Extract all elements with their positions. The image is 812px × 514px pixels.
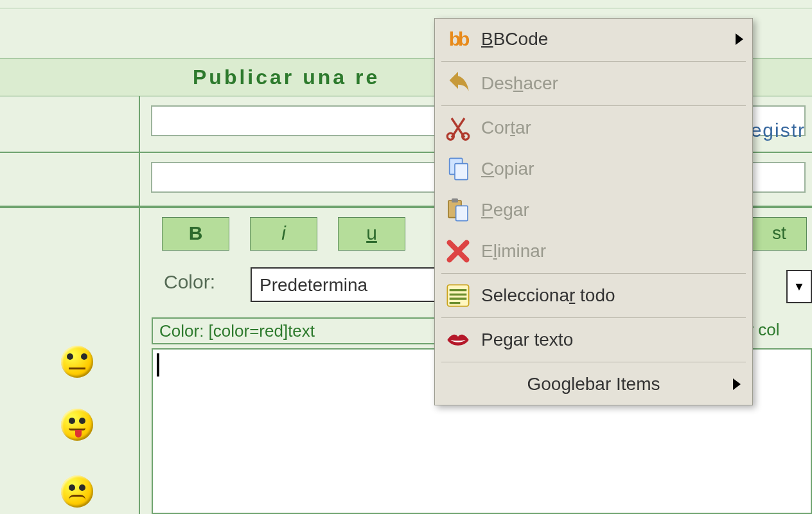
menu-separator bbox=[441, 362, 746, 362]
worried-emoji[interactable] bbox=[61, 475, 93, 508]
menu-separator bbox=[441, 61, 746, 62]
submenu-arrow-icon bbox=[733, 378, 741, 390]
paste-icon bbox=[444, 196, 472, 224]
menu-item-label: Cortar bbox=[481, 118, 531, 138]
toolbar-right-button[interactable]: st bbox=[752, 217, 807, 251]
tongue-emoji[interactable] bbox=[61, 409, 93, 441]
panel-top-edge bbox=[0, 8, 812, 9]
cut-icon bbox=[444, 114, 472, 142]
menu-separator bbox=[441, 105, 746, 106]
font-size-select[interactable] bbox=[786, 270, 812, 303]
menu-item-label: Googlebar Items bbox=[527, 374, 660, 394]
menu-item-copy: Copiar bbox=[435, 148, 752, 190]
menu-item-paste: Pegar bbox=[435, 190, 752, 231]
svg-point-1 bbox=[463, 133, 469, 139]
submenu-arrow-icon bbox=[736, 33, 743, 45]
menu-separator bbox=[441, 273, 746, 274]
menu-item-label: Deshacer bbox=[481, 73, 558, 94]
menu-item-selectall[interactable]: Seleccionar todo bbox=[435, 275, 752, 316]
menu-item-label: Seleccionar todo bbox=[481, 285, 615, 306]
menu-item-delete: Eliminar bbox=[435, 231, 752, 272]
menu-item-cut: Cortar bbox=[435, 107, 752, 148]
svg-point-0 bbox=[447, 133, 454, 139]
text-caret bbox=[157, 353, 159, 377]
menu-item-label: Copiar bbox=[481, 159, 534, 179]
lips-icon bbox=[444, 326, 472, 354]
svg-rect-5 bbox=[452, 199, 458, 203]
menu-item-label: Pegar bbox=[481, 200, 529, 220]
menu-item-label: BBCode bbox=[481, 29, 548, 49]
context-menu: bbBBCodeDeshacerCortarCopiarPegarElimina… bbox=[434, 18, 753, 405]
confused-emoji[interactable] bbox=[61, 346, 93, 378]
svg-rect-6 bbox=[456, 206, 468, 220]
column-divider bbox=[139, 153, 140, 206]
copy-icon bbox=[444, 155, 472, 183]
color-label: Color: bbox=[164, 271, 215, 292]
undo-icon bbox=[444, 69, 472, 98]
bold-button[interactable]: B bbox=[162, 217, 229, 251]
column-divider bbox=[139, 208, 140, 514]
delete-icon bbox=[444, 237, 472, 265]
menu-item-label: Eliminar bbox=[481, 241, 546, 261]
selectall-icon bbox=[444, 281, 472, 310]
svg-rect-3 bbox=[455, 164, 468, 180]
menu-item-undo: Deshacer bbox=[435, 63, 752, 104]
menu-item-bbcode[interactable]: bbBBCode bbox=[435, 19, 752, 60]
menu-separator bbox=[441, 317, 746, 318]
column-divider bbox=[139, 96, 140, 152]
menu-item-label: Pegar texto bbox=[481, 330, 573, 350]
menu-item-pastetext[interactable]: Pegar texto bbox=[435, 319, 752, 360]
bbcode-icon: bb bbox=[444, 25, 472, 53]
login-link-fragment[interactable]: egistr bbox=[751, 120, 806, 141]
menu-item-googlebar[interactable]: Googlebar Items bbox=[435, 364, 752, 405]
underline-button[interactable]: u bbox=[338, 217, 405, 251]
italic-button[interactable]: i bbox=[250, 217, 317, 251]
